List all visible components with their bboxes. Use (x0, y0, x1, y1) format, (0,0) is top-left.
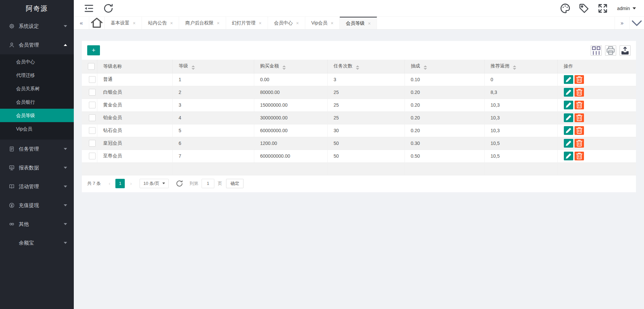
tab-slideshow[interactable]: 幻灯片管理× (226, 17, 268, 29)
cell-actions (557, 124, 636, 137)
delete-button[interactable] (575, 75, 584, 84)
edit-button[interactable] (564, 113, 573, 122)
row-checkbox[interactable] (89, 76, 96, 83)
goto-confirm-button[interactable]: 确定 (226, 179, 244, 188)
pagination-next-button[interactable]: › (126, 179, 136, 188)
close-icon[interactable]: × (170, 20, 173, 26)
tab-vip-member[interactable]: Vip会员× (305, 17, 340, 29)
refresh-button[interactable] (103, 3, 114, 14)
header-label: 购买金额 (260, 63, 279, 68)
close-icon[interactable]: × (368, 21, 371, 26)
sidebar-item-yuebao[interactable]: 余额宝 (0, 234, 74, 252)
tab-home-button[interactable] (89, 17, 105, 29)
sidebar-item-label: 其他 (19, 221, 64, 227)
tab-member-level[interactable]: 会员等级× (340, 17, 377, 29)
page-size-select[interactable]: 10 条/页 (140, 179, 169, 188)
edit-button[interactable] (564, 152, 573, 160)
delete-button[interactable] (575, 88, 584, 97)
row-checkbox[interactable] (89, 140, 96, 147)
row-checkbox[interactable] (89, 114, 96, 121)
trash-icon (575, 113, 584, 122)
sidebar-item-recharge-withdraw[interactable]: 充值提现 (0, 196, 74, 215)
sort-icon[interactable] (513, 65, 516, 70)
cell-checkbox (82, 137, 97, 150)
sidebar-subitem-member-tree[interactable]: 会员关系树 (0, 82, 74, 95)
sort-asc-caret (356, 65, 359, 67)
tab-site-notice[interactable]: 站内公告× (142, 17, 179, 29)
add-button[interactable]: + (87, 45, 100, 55)
row-actions (564, 126, 636, 135)
cell-commission: 0.20 (405, 124, 484, 137)
sort-icon[interactable] (356, 65, 359, 70)
tab-more-button[interactable] (629, 17, 644, 29)
sidebar-subitem-member-center[interactable]: 会员中心 (0, 55, 74, 68)
fullscreen-button[interactable] (597, 3, 608, 14)
close-icon[interactable]: × (259, 20, 262, 26)
row-checkbox[interactable] (89, 153, 96, 159)
delete-button[interactable] (575, 101, 584, 109)
chevron-down-icon (64, 242, 67, 244)
close-icon[interactable]: × (133, 20, 136, 26)
row-actions (564, 101, 636, 109)
chevron-up-icon (64, 44, 67, 46)
sidebar-subitem-agent-migration[interactable]: 代理迁移 (0, 68, 74, 82)
delete-button[interactable] (575, 113, 584, 122)
pencil-icon (564, 126, 573, 135)
edit-button[interactable] (564, 126, 573, 135)
trash-icon (575, 139, 584, 148)
sidebar-item-activity-management[interactable]: 活动管理 (0, 177, 74, 196)
close-icon[interactable]: × (331, 20, 333, 26)
sort-icon[interactable] (282, 65, 286, 70)
edit-button[interactable] (564, 88, 573, 97)
goto-page-input[interactable] (202, 179, 214, 188)
tab-scroll-left-button[interactable]: « (74, 17, 89, 29)
delete-button[interactable] (575, 152, 584, 160)
admin-dropdown[interactable]: admin (617, 6, 636, 11)
tab-member-center[interactable]: 会员中心× (268, 17, 305, 29)
sort-icon[interactable] (424, 65, 427, 70)
pagination-page-1[interactable]: 1 (115, 179, 125, 188)
sidebar-item-other[interactable]: 其他 (0, 215, 74, 234)
edit-button[interactable] (564, 101, 573, 109)
sidebar-item-task-management[interactable]: 任务管理 (0, 140, 74, 158)
cell-commission: 0.20 (405, 111, 484, 124)
tab-basic-settings[interactable]: 基本设置× (105, 17, 142, 29)
sidebar-item-label: 报表数据 (19, 165, 64, 171)
edit-button[interactable] (564, 139, 573, 148)
tab-merchant-permissions[interactable]: 商户后台权限× (179, 17, 226, 29)
edit-button[interactable] (564, 75, 573, 84)
tab-scroll-right-button[interactable]: » (614, 17, 629, 29)
theme-button[interactable] (559, 3, 571, 14)
row-checkbox[interactable] (89, 89, 96, 96)
sidebar-item-member-management[interactable]: 会员管理 (0, 36, 74, 54)
caret-down-icon (633, 7, 636, 9)
sidebar-subitem-member-bank[interactable]: 会员银行 (0, 95, 74, 109)
tab-label: 商户后台权限 (185, 20, 213, 26)
close-icon[interactable]: × (217, 20, 219, 26)
filter-columns-button[interactable] (591, 45, 602, 56)
tab-label: 幻灯片管理 (232, 20, 256, 26)
select-all-checkbox[interactable] (88, 63, 95, 70)
row-checkbox[interactable] (89, 127, 96, 134)
row-checkbox[interactable] (89, 102, 96, 108)
filler-cell (327, 162, 405, 175)
sidebar-item-system-settings[interactable]: 系统设定 (0, 17, 74, 36)
sort-icon[interactable] (192, 65, 195, 70)
export-button[interactable] (620, 45, 631, 56)
pagination-refresh-button[interactable] (175, 179, 183, 188)
row-actions (564, 75, 636, 84)
row-actions (564, 139, 636, 148)
pagination-prev-button[interactable]: ‹ (105, 179, 114, 188)
close-icon[interactable]: × (296, 20, 299, 26)
tag-button[interactable] (578, 3, 590, 14)
sidebar-submenu: 会员中心代理迁移会员关系树会员银行会员等级Vip会员 (0, 54, 74, 140)
filler-cell (97, 162, 172, 175)
sidebar-subitem-member-level[interactable]: 会员等级 (0, 109, 74, 122)
sidebar-item-report-data[interactable]: 报表数据 (0, 158, 74, 177)
sidebar-subitem-vip-member[interactable]: Vip会员 (0, 122, 74, 136)
delete-button[interactable] (575, 139, 584, 148)
print-button[interactable] (605, 45, 616, 56)
delete-button[interactable] (575, 126, 584, 135)
cell-actions (557, 73, 636, 86)
menu-fold-button[interactable] (83, 3, 95, 14)
